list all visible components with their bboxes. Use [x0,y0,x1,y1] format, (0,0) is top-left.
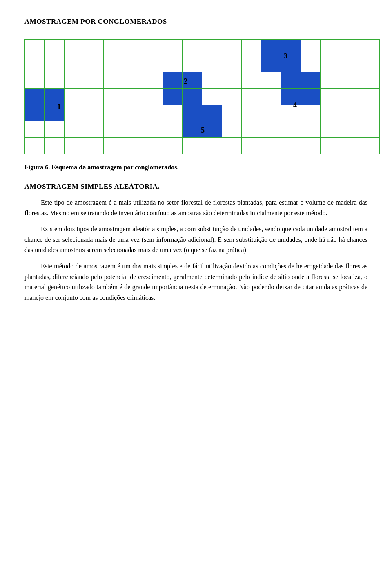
grid-cell [281,105,301,121]
grid-cell [222,56,241,72]
grid-cell [281,72,301,88]
grid-cell [261,39,281,56]
grid-cell [84,121,103,137]
grid-cell [123,88,143,105]
grid-cell [241,39,261,56]
grid-cell [143,121,163,137]
grid-cell [104,105,123,121]
paragraph-2: Existem dois tipos de amostragem aleatór… [24,224,368,255]
grid-cell [123,105,143,121]
cluster-label-3: 3 [284,51,287,62]
grid-cell [340,121,360,137]
grid-cell [202,88,222,105]
grid-cell [143,105,163,121]
grid-cell [340,137,360,154]
grid-cell [163,56,182,72]
grid-cell [241,56,261,72]
figure-label: Figura 6. [24,164,50,171]
grid-cell [340,72,360,88]
grid-cell [64,121,84,137]
grid-cell [222,105,241,121]
grid-cell [25,39,45,56]
grid-cell [183,137,202,154]
grid-cell [202,105,222,121]
grid-cell [301,137,320,154]
grid-cell [261,137,281,154]
grid-cell [261,105,281,121]
grid-cell [123,72,143,88]
grid-cell [183,56,202,72]
grid-cell [222,88,241,105]
grid-cell [45,121,64,137]
grid-cell [25,121,45,137]
paragraph-1: Este tipo de amostragem é a mais utiliza… [24,197,368,218]
grid-cell [360,39,379,56]
figure-text: Esquema da amostragem por conglomerados. [51,164,178,171]
grid-cell [301,88,320,105]
grid-cell [301,105,320,121]
grid-cell [301,39,320,56]
grid-cell [320,137,340,154]
grid-cell [241,137,261,154]
page-title: AMOSTRAGEM POR CONGLOMERADOS [24,16,368,27]
grid-cell [45,56,64,72]
grid-cell [202,121,222,137]
grid-cell [320,105,340,121]
grid-cell [64,137,84,154]
grid-cell [45,137,64,154]
grid-cell [84,56,103,72]
grid-cell [183,121,202,137]
cluster-label-2: 2 [184,76,187,87]
grid-cell [25,137,45,154]
grid-cell [123,137,143,154]
grid-cell [261,72,281,88]
grid-cell [25,56,45,72]
grid-cell [241,121,261,137]
grid-cell [163,137,182,154]
cluster-label-1: 1 [57,101,61,112]
grid-cell [104,39,123,56]
grid-cell [301,72,320,88]
grid-cell [45,105,64,121]
grid-cell [45,39,64,56]
grid-cell [163,72,182,88]
grid-cell [104,121,123,137]
grid-table [24,39,380,154]
grid-cell [222,137,241,154]
grid-cell [143,72,163,88]
grid-cell [104,72,123,88]
grid-cell [202,137,222,154]
grid-cell [241,105,261,121]
grid-cell [360,121,379,137]
grid-cell [281,137,301,154]
grid-cell [25,105,45,121]
grid-cell [143,56,163,72]
grid-cell [320,121,340,137]
grid-cell [123,121,143,137]
grid-cell [340,105,360,121]
grid-cell [281,88,301,105]
cluster-diagram: 1 2 3 4 5 [24,39,380,154]
grid-cell [320,39,340,56]
grid-cell [123,56,143,72]
grid-cell [320,56,340,72]
grid-cell [104,137,123,154]
grid-cell [64,105,84,121]
grid-cell [281,121,301,137]
grid-cell [163,39,182,56]
grid-cell [25,72,45,88]
grid-cell [84,72,103,88]
grid-cell [104,88,123,105]
grid-cell [45,88,64,105]
grid-cell [360,137,379,154]
grid-cell [261,121,281,137]
grid-cell [340,56,360,72]
grid-cell [261,88,281,105]
grid-cell [241,88,261,105]
grid-cell [163,121,182,137]
grid-cell [25,88,45,105]
grid-cell [360,88,379,105]
grid-cell [241,72,261,88]
grid-cell [104,56,123,72]
grid-cell [340,39,360,56]
